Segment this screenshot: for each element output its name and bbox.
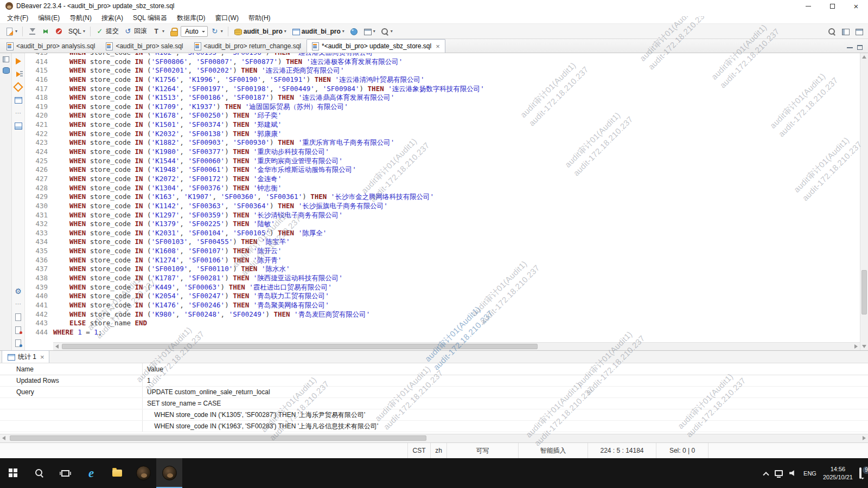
quick-search-button[interactable] bbox=[825, 25, 838, 38]
code-line[interactable]: 433 WHEN store_code IN ('K2031', 'SF0010… bbox=[25, 229, 860, 238]
cancel-button[interactable] bbox=[53, 25, 66, 38]
menu-item[interactable]: 文件(F) bbox=[2, 12, 33, 24]
execute-script-icon[interactable] bbox=[14, 70, 23, 78]
toggle-views-button[interactable] bbox=[852, 25, 865, 38]
export-result-icon[interactable] bbox=[14, 96, 23, 104]
code-line[interactable]: 426 WHEN store_code IN ('K1948', 'SF0006… bbox=[25, 165, 860, 175]
code-line[interactable]: 429 WHEN store_code IN ('K163', 'K1907',… bbox=[25, 192, 860, 202]
code-line[interactable]: 443 ELSE store_name END bbox=[25, 319, 860, 328]
database-navigator-icon[interactable] bbox=[2, 67, 10, 74]
code-line[interactable]: 421 WHEN store_code IN ('K1501', 'SF0037… bbox=[25, 120, 860, 130]
code-line[interactable]: 444WHERE 1 = 1; bbox=[25, 328, 860, 337]
menu-item[interactable]: 数据库(D) bbox=[172, 12, 210, 24]
download-button[interactable] bbox=[25, 25, 39, 38]
column-header-name[interactable]: Name bbox=[0, 363, 143, 375]
column-header-value[interactable]: Value bbox=[143, 363, 868, 375]
toggle-panel-icon[interactable] bbox=[14, 122, 23, 130]
network-icon[interactable] bbox=[775, 470, 783, 476]
more-dots-icon[interactable]: ⋯ bbox=[14, 300, 23, 308]
code-line[interactable]: 435 WHEN store_code IN ('K1608', 'SF0010… bbox=[25, 247, 860, 256]
settings-gear-icon[interactable]: ⚙ bbox=[14, 287, 23, 295]
transaction-mode-button[interactable]: T ▾ bbox=[150, 25, 167, 38]
scroll-right-icon[interactable] bbox=[854, 344, 858, 349]
code-line[interactable]: 436 WHEN store_code IN ('K1274', 'SF0010… bbox=[25, 256, 860, 265]
tab-close-icon[interactable]: × bbox=[40, 353, 44, 361]
maximize-button[interactable] bbox=[820, 0, 844, 12]
menu-item[interactable]: 编辑(E) bbox=[33, 12, 65, 24]
scroll-up-icon[interactable] bbox=[862, 55, 866, 59]
rollback-button[interactable]: ↺ 回滚 bbox=[122, 25, 149, 38]
dbeaver-taskbar-button-active[interactable] bbox=[156, 458, 182, 488]
search-dropdown-button[interactable]: ▾ bbox=[378, 25, 395, 38]
input-language[interactable]: ENG bbox=[803, 470, 816, 477]
code-line[interactable]: 419 WHEN store_code IN ('K1709', 'K1937'… bbox=[25, 102, 860, 112]
code-line[interactable]: 417 WHEN store_code IN ('K1264', 'SF0019… bbox=[25, 85, 860, 94]
code-line[interactable]: 428 WHEN store_code IN ('K1304', 'SF0037… bbox=[25, 184, 860, 193]
menu-item[interactable]: 窗口(W) bbox=[210, 12, 244, 24]
volume-icon[interactable] bbox=[789, 470, 797, 477]
log-doc-icon[interactable] bbox=[14, 339, 23, 347]
horizontal-scrollbar-thumb[interactable] bbox=[62, 344, 538, 349]
error-doc-icon[interactable] bbox=[14, 326, 23, 334]
result-row[interactable]: WHEN store_code IN ('K1305', 'SF00287') … bbox=[0, 409, 868, 421]
clock[interactable]: 14:56 2025/10/21 bbox=[823, 465, 853, 481]
scroll-left-icon[interactable] bbox=[55, 344, 59, 349]
action-center-button[interactable]: 9 bbox=[859, 468, 861, 478]
start-button[interactable] bbox=[0, 458, 26, 488]
scroll-left-icon[interactable] bbox=[2, 436, 5, 440]
task-view-button[interactable] bbox=[52, 458, 78, 488]
code-line[interactable]: 425 WHEN store_code IN ('K1544', 'SF0006… bbox=[25, 157, 860, 166]
code-editor[interactable]: 413 WHEN store_code IN ('K162', 'SF00195… bbox=[25, 53, 860, 342]
code-line[interactable]: 414 WHEN store_code IN ('SF00806', 'SF00… bbox=[25, 57, 860, 67]
result-row[interactable]: WHEN store_code IN ('K1963', 'SF00283') … bbox=[0, 421, 868, 432]
code-line[interactable]: 422 WHEN store_code IN ('K2032', 'SF0013… bbox=[25, 130, 860, 139]
code-line[interactable]: 432 WHEN store_code IN ('K1379', 'SF0022… bbox=[25, 220, 860, 229]
code-line[interactable]: 415 WHEN store_code IN ('SF00201', 'SF00… bbox=[25, 66, 860, 75]
restore-view-icon[interactable] bbox=[2, 56, 10, 63]
code-line[interactable]: 441 WHEN store_code IN ('K1476', 'SF0024… bbox=[25, 301, 860, 310]
code-line[interactable]: 418 WHEN store_code IN ('K1513', 'SF0018… bbox=[25, 93, 860, 102]
editor-tab[interactable]: <audit_bi_pro> sale.sql bbox=[100, 39, 188, 53]
code-line[interactable]: 434 WHEN store_code IN ('SF00103', 'SF00… bbox=[25, 237, 860, 247]
editor-tab[interactable]: <audit_bi_pro> return_change.sql bbox=[189, 39, 307, 53]
title-bar[interactable]: DBeaver 22.3.4 - <audit_bi_pro> update_s… bbox=[0, 0, 868, 12]
commit-button[interactable]: ✓ 提交 bbox=[93, 25, 121, 38]
results-horizontal-scrollbar[interactable] bbox=[0, 434, 868, 442]
menu-item[interactable]: 搜索(A) bbox=[97, 12, 128, 24]
transaction-lock-button[interactable] bbox=[167, 25, 180, 38]
sync-button[interactable] bbox=[39, 25, 52, 38]
result-row[interactable]: Updated Rows1 bbox=[0, 375, 868, 387]
layout-button[interactable]: ▾ bbox=[361, 25, 378, 38]
scroll-right-icon[interactable] bbox=[863, 436, 866, 440]
menu-item[interactable]: 帮助(H) bbox=[244, 12, 276, 24]
code-line[interactable]: 431 WHEN store_code IN ('K1297', 'SF0035… bbox=[25, 211, 860, 220]
maximize-view-icon[interactable] bbox=[857, 45, 863, 50]
dbeaver-taskbar-button[interactable] bbox=[130, 458, 156, 488]
more-actions-icon[interactable]: ⋯ bbox=[14, 109, 23, 117]
editor-vertical-scrollbar[interactable] bbox=[860, 53, 868, 350]
code-line[interactable]: 437 WHEN store_code IN ('SF00109', 'SF00… bbox=[25, 265, 860, 274]
tab-close-icon[interactable]: × bbox=[436, 42, 440, 50]
vertical-scrollbar-thumb[interactable] bbox=[861, 270, 867, 314]
open-perspective-button[interactable] bbox=[839, 25, 852, 38]
refresh-button[interactable]: ↻ ▾ bbox=[208, 25, 225, 38]
code-line[interactable]: 416 WHEN store_code IN ('K1756', 'K1996'… bbox=[25, 75, 860, 85]
code-line[interactable]: 424 WHEN store_code IN ('K1980', 'SF0037… bbox=[25, 147, 860, 157]
result-row[interactable]: SET store_name = CASE bbox=[0, 398, 868, 409]
editor-tab[interactable]: *<audit_bi_pro> update_sbz_store.sql× bbox=[307, 39, 445, 53]
minimize-view-icon[interactable] bbox=[847, 47, 853, 48]
network-button[interactable] bbox=[347, 25, 360, 38]
menu-item[interactable]: SQL 编辑器 bbox=[128, 12, 172, 24]
execute-statement-icon[interactable] bbox=[14, 57, 23, 65]
horizontal-scrollbar-thumb[interactable] bbox=[10, 435, 426, 441]
code-line[interactable]: 430 WHEN store_code IN ('K1142', 'SF0036… bbox=[25, 202, 860, 211]
new-sql-editor-button[interactable]: ▾ bbox=[3, 25, 20, 38]
scroll-down-icon[interactable] bbox=[862, 345, 866, 348]
code-line[interactable]: 423 WHEN store_code IN ('K1882', 'SF0090… bbox=[25, 138, 860, 147]
code-line[interactable]: 442 WHEN store_code IN ('K980', 'SF00248… bbox=[25, 310, 860, 319]
results-tab[interactable]: 统计 1 × bbox=[2, 350, 49, 363]
taskbar-search-button[interactable] bbox=[26, 458, 52, 488]
code-line[interactable]: 427 WHEN store_code IN ('K2072', 'SF0017… bbox=[25, 175, 860, 184]
menu-item[interactable]: 导航(N) bbox=[65, 12, 97, 24]
result-row[interactable]: QueryUPDATE custom_online_sale_return_lo… bbox=[0, 387, 868, 398]
